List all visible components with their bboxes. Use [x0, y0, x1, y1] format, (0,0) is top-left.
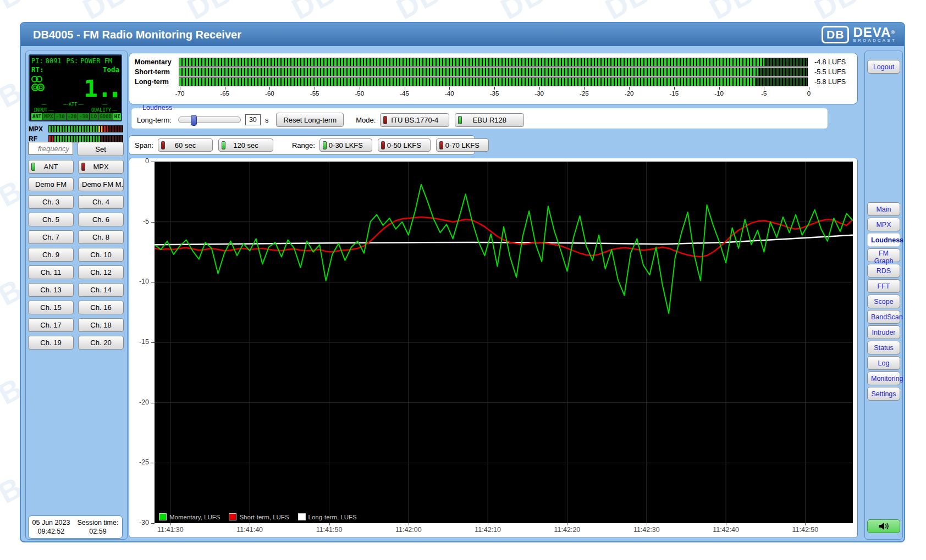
sidebar-item-monitoring[interactable]: Monitoring	[867, 372, 900, 385]
scale-tick-label: -40	[445, 90, 454, 97]
sidebar-item-log[interactable]: Log	[867, 356, 900, 370]
red-led-icon	[81, 163, 85, 171]
channel-button-demo-fm-m[interactable]: Demo FM M...	[78, 178, 124, 191]
channel-button-ch-17[interactable]: Ch. 17	[28, 318, 74, 332]
scale-tick	[809, 87, 809, 90]
lcd-cursor-block	[113, 92, 117, 97]
channel-button-ch-13[interactable]: Ch. 13	[28, 283, 74, 297]
deva-logo-text: DEVA® BROADCAST	[853, 27, 896, 43]
sidebar-item-main[interactable]: Main	[867, 202, 900, 216]
channel-button-demo-fm[interactable]: Demo FM	[28, 178, 74, 191]
span-label: Span:	[135, 141, 153, 149]
mode-button-ebu-r128[interactable]: EBU R128	[455, 113, 524, 127]
range-button-0-50-lkfs[interactable]: 0-50 LKFS	[378, 138, 431, 152]
audio-monitor-button[interactable]	[867, 519, 900, 533]
x-tick-label: 11:41:30	[157, 526, 184, 534]
mode-button-itu-bs-1770-4[interactable]: ITU BS.1770-4	[380, 113, 449, 127]
x-tick-mark	[726, 523, 726, 525]
lcd-cell-good: GOOD	[98, 113, 113, 120]
channel-button-ch-3[interactable]: Ch. 3	[28, 195, 74, 209]
span-button-label: 120 sec	[233, 141, 258, 149]
sidebar-item-rds[interactable]: RDS	[867, 264, 900, 278]
loudness-chart-svg	[155, 162, 853, 523]
x-tick-label: 11:42:10	[475, 526, 501, 534]
sidebar-item-mpx[interactable]: MPX	[867, 218, 900, 231]
slider-thumb[interactable]	[191, 115, 197, 126]
span-button-120-sec[interactable]: 120 sec	[218, 138, 273, 152]
set-button[interactable]: Set	[78, 142, 124, 156]
meter-bar-momentary	[179, 58, 808, 66]
logo-sub-text: BROADCAST	[853, 38, 896, 43]
sidebar-item-bandscan[interactable]: BandScan	[867, 310, 900, 324]
channel-button-ch-8[interactable]: Ch. 8	[78, 230, 124, 244]
span-button-60-sec[interactable]: 60 sec	[158, 138, 213, 152]
channel-button-ch-15[interactable]: Ch. 15	[28, 301, 74, 314]
y-tick-label: 0	[130, 157, 149, 165]
channel-button-ch-14[interactable]: Ch. 14	[78, 283, 124, 297]
sidebar-item-settings[interactable]: Settings	[867, 387, 900, 401]
range-button-label: 0-50 LKFS	[387, 141, 421, 149]
logout-button[interactable]: Logout	[867, 60, 900, 74]
lcd-cell-mpx: MPX	[43, 113, 54, 120]
legend-label: Long-term, LUFS	[308, 514, 357, 520]
frequency-input[interactable]	[28, 142, 73, 155]
session-time: 02:59	[77, 527, 118, 536]
scale-tick-label: -20	[625, 90, 634, 97]
lcd-middle: 1.	[31, 75, 119, 101]
sidebar-item-scope[interactable]: Scope	[867, 295, 900, 308]
span-button-label: 60 sec	[175, 141, 196, 149]
sidebar-item-intruder[interactable]: Intruder	[867, 325, 900, 339]
channel-button-ch-18[interactable]: Ch. 18	[78, 318, 124, 332]
left-panel: PI:8091PS:POWER FM RT: Toda 1. INPUT ATT…	[25, 51, 128, 540]
sidebar-item-fft[interactable]: FFT	[867, 279, 900, 293]
legend-label: Momentary, LUFS	[169, 514, 220, 520]
lcd-display: PI:8091PS:POWER FM RT: Toda 1. INPUT ATT…	[29, 54, 122, 121]
channel-button-ch-12[interactable]: Ch. 12	[78, 265, 124, 279]
sidebar-item-fm-graph[interactable]: FM Graph	[867, 248, 900, 262]
longterm-slider[interactable]	[178, 117, 241, 123]
longterm-seconds-input[interactable]	[245, 114, 261, 125]
channel-button-ch-6[interactable]: Ch. 6	[78, 213, 124, 226]
session-column: Session time: 02:59	[77, 518, 118, 536]
channel-button-ch-10[interactable]: Ch. 10	[78, 248, 124, 262]
scale-tick	[764, 87, 764, 90]
channel-button-ch-19[interactable]: Ch. 19	[28, 336, 74, 350]
date-text: 05 Jun 2023	[32, 518, 70, 527]
green-led-icon	[323, 141, 327, 149]
x-tick-label: 11:42:40	[713, 526, 739, 534]
scale-tick	[405, 87, 405, 90]
sidebar-item-status[interactable]: Status	[867, 341, 900, 354]
sidebar-item-loudness[interactable]: Loudness	[867, 233, 900, 247]
channel-button-ch-16[interactable]: Ch. 16	[78, 301, 124, 314]
logo-reg-mark: ®	[891, 30, 895, 35]
meter-row-momentary: Momentary-4.8 LUFS	[135, 58, 846, 66]
x-tick-label: 11:41:50	[316, 526, 343, 534]
channel-button-ch-11[interactable]: Ch. 11	[28, 265, 74, 279]
seconds-unit-label: s	[265, 116, 269, 124]
meter-scale: -70-65-60-55-50-45-40-35-30-25-20-15-10-…	[180, 87, 809, 101]
range-button-0-30-lkfs[interactable]: 0-30 LKFS	[319, 138, 372, 152]
x-tick-label: 11:42:50	[792, 526, 819, 534]
green-led-icon	[222, 141, 225, 149]
meter-label: Momentary	[135, 58, 179, 66]
channel-button-ch-5[interactable]: Ch. 5	[28, 213, 74, 226]
input-select-button-mpx[interactable]: MPX	[78, 160, 124, 174]
x-tick-mark	[647, 523, 647, 525]
channel-button-ch-7[interactable]: Ch. 7	[28, 230, 74, 244]
meter-row-long-term: Long-term-5.8 LUFS	[135, 77, 846, 86]
y-tick-label: -25	[130, 458, 149, 466]
reset-longterm-button[interactable]: Reset Long-term	[276, 113, 344, 127]
channel-button-ch-4[interactable]: Ch. 4	[78, 195, 124, 209]
scale-tick	[360, 87, 360, 90]
meter-bar-short-term	[179, 68, 808, 76]
x-tick-mark	[250, 523, 250, 525]
input-select-button-ant[interactable]: ANT	[28, 160, 74, 174]
channel-button-ch-20[interactable]: Ch. 20	[78, 336, 124, 350]
meter-label: Short-term	[135, 68, 179, 76]
range-button-0-70-lkfs[interactable]: 0-70 LKFS	[436, 138, 489, 152]
channel-button-ch-9[interactable]: Ch. 9	[28, 248, 74, 262]
lcd-cell-10: -10	[55, 113, 66, 120]
loudness-legend: Loudness	[140, 104, 174, 112]
scale-tick	[719, 87, 720, 90]
lcd-input-group-label: INPUT	[31, 102, 56, 113]
